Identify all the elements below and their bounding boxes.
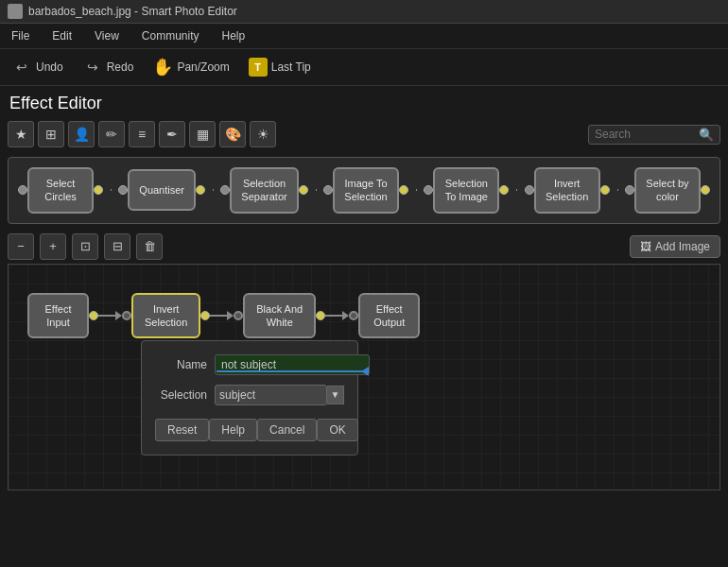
zoom-out-icon: − <box>17 239 25 253</box>
effects-panel: SelectCircles Quantiser SelectionSeparat… <box>8 157 720 224</box>
effect-box[interactable]: SelectionTo Image <box>433 167 499 214</box>
menu-help[interactable]: Help <box>218 27 250 44</box>
pen-button[interactable]: ✒ <box>159 121 185 147</box>
palette-icon: 🎨 <box>225 127 241 142</box>
pipe-arrowhead <box>342 311 349 320</box>
effect-output-box[interactable]: EffectOutput <box>358 293 420 339</box>
search-icon: 🔍 <box>699 128 714 142</box>
pipe-line <box>210 315 227 317</box>
effect-box[interactable]: InvertSelection <box>534 167 600 214</box>
last-tip-label: Last Tip <box>271 60 311 74</box>
add-image-button[interactable]: 🖼 Add Image <box>630 235 720 258</box>
pipeline: EffectInput InvertSelection Black AndWhi… <box>27 293 420 339</box>
redo-button[interactable]: ↪ Redo <box>78 55 138 79</box>
checkered-icon: ▦ <box>197 127 209 142</box>
search-input[interactable] <box>595 128 699 141</box>
selection-select-wrap: subject not subject all ▼ <box>215 385 344 405</box>
output-connector <box>299 185 308 195</box>
bottom-toolbar: − + ⊡ ⊟ 🗑 🖼 Add Image <box>0 230 728 264</box>
palette-button[interactable]: 🎨 <box>219 121 246 147</box>
add-image-icon: 🖼 <box>640 240 651 253</box>
selection-dropdown[interactable]: subject not subject all <box>215 385 327 405</box>
effect-box[interactable]: Image ToSelection <box>333 167 399 214</box>
menu-file[interactable]: File <box>8 27 33 44</box>
input-connector <box>323 185 333 195</box>
lines-icon: ≡ <box>138 127 146 142</box>
zoom-in-icon: + <box>49 239 57 253</box>
main-toolbar: ↩ Undo ↪ Redo ✋ Pan/Zoom T Last Tip <box>0 49 728 86</box>
undo-icon: ↩ <box>11 57 32 77</box>
input-connector <box>118 185 128 195</box>
ungroup-icon: ⊟ <box>113 239 123 253</box>
effect-box[interactable]: Quantiser <box>128 169 196 211</box>
connector-2 <box>210 311 234 320</box>
effect-box[interactable]: SelectionSeparator <box>230 167 298 214</box>
black-white-box[interactable]: Black AndWhite <box>243 293 316 339</box>
effect-select-by-color: Select bycolor <box>625 167 710 214</box>
help-button[interactable]: Help <box>209 419 257 441</box>
tip-icon: T <box>249 58 268 77</box>
output-dot <box>316 311 325 320</box>
redo-label: Redo <box>107 60 134 74</box>
output-connector <box>499 185 509 195</box>
group-icon: ⊡ <box>80 239 91 253</box>
title-bar: barbados_beach.jpg - Smart Photo Editor <box>0 0 728 24</box>
input-connector <box>625 185 634 195</box>
connector-3 <box>325 311 349 320</box>
edit-button[interactable]: ✏ <box>98 121 125 147</box>
grid-button[interactable]: ⊞ <box>38 121 64 147</box>
pen-icon: ✒ <box>166 127 178 142</box>
ok-button[interactable]: OK <box>317 419 357 441</box>
input-dot <box>349 311 358 320</box>
zoom-out-button[interactable]: − <box>8 233 34 260</box>
dropdown-arrow[interactable]: ▼ <box>327 386 344 404</box>
input-connector <box>18 185 27 195</box>
group-button[interactable]: ⊡ <box>72 233 98 260</box>
person-icon: 👤 <box>74 127 90 142</box>
output-connector <box>94 185 103 195</box>
effect-selection-separator: SelectionSeparator <box>220 167 307 214</box>
pipe-arrowhead <box>227 311 234 320</box>
effect-select-circles: SelectCircles <box>18 167 103 214</box>
delete-button[interactable]: 🗑 <box>136 233 163 260</box>
effect-selection-to-image: SelectionTo Image <box>424 167 509 214</box>
menu-bar: File Edit View Community Help <box>0 24 728 49</box>
pipe-node-invert-selection: InvertSelection <box>122 293 210 339</box>
output-dot <box>200 311 210 320</box>
menu-community[interactable]: Community <box>138 27 203 44</box>
sun-button[interactable]: ☀ <box>250 121 276 147</box>
window-title: barbados_beach.jpg - Smart Photo Editor <box>28 5 237 18</box>
effect-box[interactable]: SelectCircles <box>27 167 94 214</box>
sun-icon: ☀ <box>257 127 269 142</box>
undo-button[interactable]: ↩ Undo <box>8 55 67 79</box>
effect-quantiser: Quantiser <box>118 169 205 211</box>
invert-selection-box[interactable]: InvertSelection <box>131 293 200 339</box>
pan-zoom-label: Pan/Zoom <box>177 60 229 74</box>
person-button[interactable]: 👤 <box>68 121 95 147</box>
pipe-node-black-white: Black AndWhite <box>234 293 325 339</box>
lines-button[interactable]: ≡ <box>129 121 155 147</box>
cancel-button[interactable]: Cancel <box>257 419 317 441</box>
canvas-area: EffectInput InvertSelection Black AndWhi… <box>8 264 720 490</box>
checkered-button[interactable]: ▦ <box>189 121 216 147</box>
star-button[interactable]: ★ <box>8 121 34 147</box>
pipe-node-effect-input: EffectInput <box>27 293 98 339</box>
reset-button[interactable]: Reset <box>155 419 209 441</box>
add-image-label: Add Image <box>655 240 710 253</box>
dialog-buttons: Reset Help Cancel OK <box>155 419 344 441</box>
edit-icon: ✏ <box>106 127 117 142</box>
last-tip-button[interactable]: T Last Tip <box>245 56 315 78</box>
pan-zoom-button[interactable]: ✋ Pan/Zoom <box>148 55 233 79</box>
effect-input-box[interactable]: EffectInput <box>27 293 89 339</box>
input-dot <box>234 311 243 320</box>
selection-label: Selection <box>155 388 207 402</box>
input-connector <box>220 185 230 195</box>
effect-box[interactable]: Select bycolor <box>634 167 701 214</box>
name-label: Name <box>155 358 207 371</box>
output-connector <box>701 185 710 195</box>
ungroup-button[interactable]: ⊟ <box>104 233 130 260</box>
menu-edit[interactable]: Edit <box>48 27 76 44</box>
zoom-in-button[interactable]: + <box>40 233 66 260</box>
menu-view[interactable]: View <box>91 27 123 44</box>
pan-icon: ✋ <box>152 57 173 77</box>
